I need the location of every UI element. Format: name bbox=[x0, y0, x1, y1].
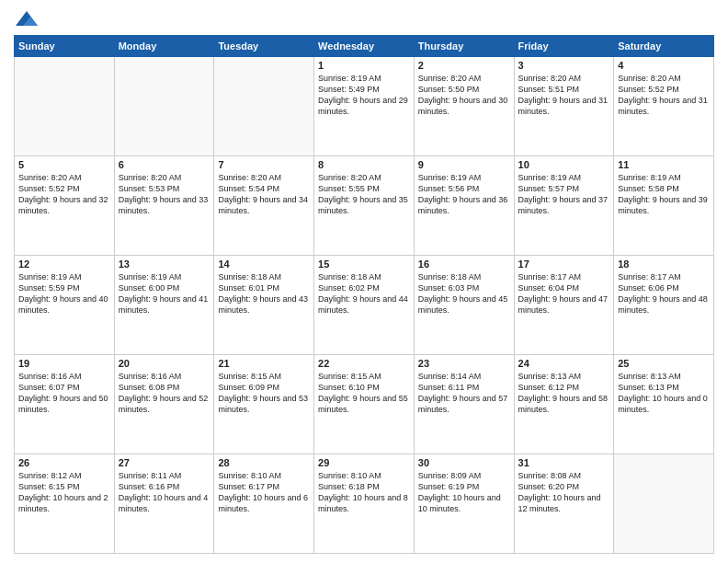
day-number: 17 bbox=[518, 259, 610, 270]
day-info: Sunrise: 8:15 AMSunset: 6:10 PMDaylight:… bbox=[318, 371, 410, 416]
day-number: 25 bbox=[618, 358, 710, 369]
calendar-cell: 1Sunrise: 8:19 AMSunset: 5:49 PMDaylight… bbox=[314, 57, 415, 156]
calendar-cell: 13Sunrise: 8:19 AMSunset: 6:00 PMDayligh… bbox=[114, 256, 214, 355]
day-number: 24 bbox=[518, 358, 610, 369]
day-info: Sunrise: 8:17 AMSunset: 6:04 PMDaylight:… bbox=[518, 271, 610, 316]
weekday-header-row: SundayMondayTuesdayWednesdayThursdayFrid… bbox=[15, 36, 714, 57]
week-row-3: 19Sunrise: 8:16 AMSunset: 6:07 PMDayligh… bbox=[15, 355, 714, 454]
calendar-cell bbox=[15, 57, 115, 156]
calendar-cell: 12Sunrise: 8:19 AMSunset: 5:59 PMDayligh… bbox=[15, 256, 115, 355]
day-info: Sunrise: 8:19 AMSunset: 5:58 PMDaylight:… bbox=[618, 172, 710, 217]
day-number: 14 bbox=[218, 259, 310, 270]
day-info: Sunrise: 8:15 AMSunset: 6:09 PMDaylight:… bbox=[218, 371, 310, 416]
calendar-cell: 17Sunrise: 8:17 AMSunset: 6:04 PMDayligh… bbox=[514, 256, 614, 355]
week-row-1: 5Sunrise: 8:20 AMSunset: 5:52 PMDaylight… bbox=[15, 156, 714, 256]
day-info: Sunrise: 8:09 AMSunset: 6:19 PMDaylight:… bbox=[418, 470, 510, 515]
calendar-cell bbox=[114, 57, 214, 156]
day-number: 31 bbox=[518, 457, 610, 468]
calendar-cell: 2Sunrise: 8:20 AMSunset: 5:50 PMDaylight… bbox=[414, 57, 514, 156]
calendar-cell: 9Sunrise: 8:19 AMSunset: 5:56 PMDaylight… bbox=[414, 156, 514, 256]
calendar-cell: 8Sunrise: 8:20 AMSunset: 5:55 PMDaylight… bbox=[314, 156, 415, 256]
weekday-header-saturday: Saturday bbox=[614, 36, 714, 57]
day-number: 6 bbox=[119, 159, 210, 170]
calendar-cell bbox=[614, 454, 714, 554]
day-number: 15 bbox=[318, 259, 410, 270]
weekday-header-thursday: Thursday bbox=[414, 36, 514, 57]
calendar-cell: 30Sunrise: 8:09 AMSunset: 6:19 PMDayligh… bbox=[414, 454, 514, 554]
calendar-cell: 18Sunrise: 8:17 AMSunset: 6:06 PMDayligh… bbox=[614, 256, 714, 355]
day-number: 4 bbox=[618, 60, 710, 71]
calendar-cell: 20Sunrise: 8:16 AMSunset: 6:08 PMDayligh… bbox=[114, 355, 214, 454]
calendar-cell: 5Sunrise: 8:20 AMSunset: 5:52 PMDaylight… bbox=[15, 156, 115, 256]
weekday-header-monday: Monday bbox=[114, 36, 214, 57]
day-info: Sunrise: 8:10 AMSunset: 6:17 PMDaylight:… bbox=[218, 470, 310, 515]
day-info: Sunrise: 8:18 AMSunset: 6:01 PMDaylight:… bbox=[218, 271, 310, 316]
calendar-cell: 7Sunrise: 8:20 AMSunset: 5:54 PMDaylight… bbox=[214, 156, 314, 256]
calendar-cell: 3Sunrise: 8:20 AMSunset: 5:51 PMDaylight… bbox=[514, 57, 614, 156]
day-number: 8 bbox=[318, 159, 410, 170]
calendar-cell: 24Sunrise: 8:13 AMSunset: 6:12 PMDayligh… bbox=[514, 355, 614, 454]
day-info: Sunrise: 8:20 AMSunset: 5:50 PMDaylight:… bbox=[418, 73, 510, 118]
week-row-2: 12Sunrise: 8:19 AMSunset: 5:59 PMDayligh… bbox=[15, 256, 714, 355]
calendar-cell: 11Sunrise: 8:19 AMSunset: 5:58 PMDayligh… bbox=[614, 156, 714, 256]
day-info: Sunrise: 8:12 AMSunset: 6:15 PMDaylight:… bbox=[18, 470, 110, 515]
day-number: 20 bbox=[119, 358, 210, 369]
day-info: Sunrise: 8:20 AMSunset: 5:55 PMDaylight:… bbox=[318, 172, 410, 217]
day-info: Sunrise: 8:19 AMSunset: 5:49 PMDaylight:… bbox=[318, 73, 410, 118]
day-number: 2 bbox=[418, 60, 510, 71]
calendar-cell: 10Sunrise: 8:19 AMSunset: 5:57 PMDayligh… bbox=[514, 156, 614, 256]
day-info: Sunrise: 8:20 AMSunset: 5:51 PMDaylight:… bbox=[518, 73, 610, 118]
day-number: 5 bbox=[18, 159, 110, 170]
header bbox=[14, 9, 714, 29]
calendar-cell: 27Sunrise: 8:11 AMSunset: 6:16 PMDayligh… bbox=[114, 454, 214, 554]
day-number: 26 bbox=[18, 457, 110, 468]
day-number: 9 bbox=[418, 159, 510, 170]
day-info: Sunrise: 8:18 AMSunset: 6:03 PMDaylight:… bbox=[418, 271, 510, 316]
day-info: Sunrise: 8:19 AMSunset: 5:59 PMDaylight:… bbox=[18, 271, 110, 316]
day-info: Sunrise: 8:16 AMSunset: 6:08 PMDaylight:… bbox=[119, 371, 210, 416]
day-number: 22 bbox=[318, 358, 410, 369]
calendar-cell: 26Sunrise: 8:12 AMSunset: 6:15 PMDayligh… bbox=[15, 454, 115, 554]
day-number: 18 bbox=[618, 259, 710, 270]
day-number: 13 bbox=[119, 259, 210, 270]
day-number: 3 bbox=[518, 60, 610, 71]
day-number: 12 bbox=[18, 259, 110, 270]
day-number: 30 bbox=[418, 457, 510, 468]
day-info: Sunrise: 8:13 AMSunset: 6:12 PMDaylight:… bbox=[518, 371, 610, 416]
day-info: Sunrise: 8:20 AMSunset: 5:52 PMDaylight:… bbox=[618, 73, 710, 118]
calendar-cell: 29Sunrise: 8:10 AMSunset: 6:18 PMDayligh… bbox=[314, 454, 415, 554]
day-info: Sunrise: 8:14 AMSunset: 6:11 PMDaylight:… bbox=[418, 371, 510, 416]
day-number: 1 bbox=[318, 60, 410, 71]
day-info: Sunrise: 8:11 AMSunset: 6:16 PMDaylight:… bbox=[119, 470, 210, 515]
logo bbox=[14, 9, 43, 29]
weekday-header-sunday: Sunday bbox=[15, 36, 115, 57]
day-info: Sunrise: 8:16 AMSunset: 6:07 PMDaylight:… bbox=[18, 371, 110, 416]
day-info: Sunrise: 8:19 AMSunset: 6:00 PMDaylight:… bbox=[119, 271, 210, 316]
calendar-cell: 14Sunrise: 8:18 AMSunset: 6:01 PMDayligh… bbox=[214, 256, 314, 355]
calendar-cell bbox=[214, 57, 314, 156]
day-info: Sunrise: 8:20 AMSunset: 5:52 PMDaylight:… bbox=[18, 172, 110, 217]
day-info: Sunrise: 8:13 AMSunset: 6:13 PMDaylight:… bbox=[618, 371, 710, 416]
day-number: 27 bbox=[119, 457, 210, 468]
calendar-cell: 31Sunrise: 8:08 AMSunset: 6:20 PMDayligh… bbox=[514, 454, 614, 554]
day-number: 10 bbox=[518, 159, 610, 170]
calendar-cell: 23Sunrise: 8:14 AMSunset: 6:11 PMDayligh… bbox=[414, 355, 514, 454]
calendar-cell: 19Sunrise: 8:16 AMSunset: 6:07 PMDayligh… bbox=[15, 355, 115, 454]
day-number: 7 bbox=[218, 159, 310, 170]
day-number: 21 bbox=[218, 358, 310, 369]
page: SundayMondayTuesdayWednesdayThursdayFrid… bbox=[0, 0, 728, 563]
calendar-cell: 15Sunrise: 8:18 AMSunset: 6:02 PMDayligh… bbox=[314, 256, 415, 355]
day-info: Sunrise: 8:10 AMSunset: 6:18 PMDaylight:… bbox=[318, 470, 410, 515]
week-row-0: 1Sunrise: 8:19 AMSunset: 5:49 PMDaylight… bbox=[15, 57, 714, 156]
calendar-table: SundayMondayTuesdayWednesdayThursdayFrid… bbox=[14, 35, 714, 554]
weekday-header-friday: Friday bbox=[514, 36, 614, 57]
day-info: Sunrise: 8:20 AMSunset: 5:54 PMDaylight:… bbox=[218, 172, 310, 217]
day-number: 16 bbox=[418, 259, 510, 270]
day-info: Sunrise: 8:19 AMSunset: 5:57 PMDaylight:… bbox=[518, 172, 610, 217]
weekday-header-tuesday: Tuesday bbox=[214, 36, 314, 57]
calendar-cell: 16Sunrise: 8:18 AMSunset: 6:03 PMDayligh… bbox=[414, 256, 514, 355]
calendar-cell: 25Sunrise: 8:13 AMSunset: 6:13 PMDayligh… bbox=[614, 355, 714, 454]
day-info: Sunrise: 8:08 AMSunset: 6:20 PMDaylight:… bbox=[518, 470, 610, 515]
logo-icon bbox=[14, 9, 40, 29]
day-number: 19 bbox=[18, 358, 110, 369]
